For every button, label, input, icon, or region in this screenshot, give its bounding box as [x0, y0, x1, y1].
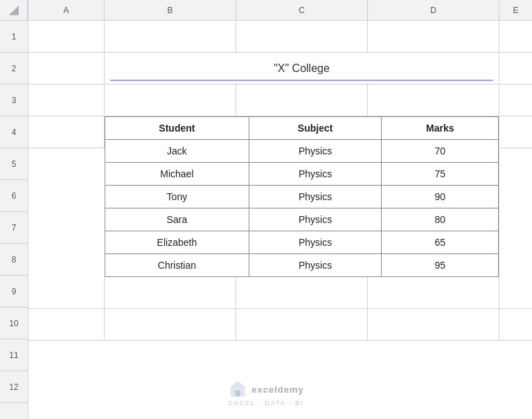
spreadsheet-row-12: [28, 309, 532, 341]
cell-a4[interactable]: [28, 116, 105, 148]
col-header-a: A: [28, 0, 105, 20]
row-numbers: 1 2 3 4 5 6 7 8 9 10 11 12: [0, 0, 28, 419]
cell-subject-2[interactable]: Physics: [249, 163, 382, 186]
table-row-3: TonyPhysics90: [105, 186, 499, 208]
col-header-d: D: [368, 0, 499, 20]
cell-a11[interactable]: [28, 277, 105, 309]
watermark-subtext: EXCEL · DATA · BI: [229, 400, 304, 407]
table-row-2: MichaelPhysics75: [105, 163, 499, 186]
cell-marks-1[interactable]: 70: [382, 140, 499, 163]
col-header-b: B: [105, 0, 236, 20]
title-cell[interactable]: "X" College: [105, 53, 499, 84]
grid-area: 1 2 3 4 5 6 7 8 9 10 11 12 A B C D E: [0, 0, 532, 419]
cell-e3[interactable]: [499, 84, 532, 116]
cell-e1[interactable]: [499, 21, 532, 53]
cell-b11[interactable]: [105, 277, 236, 309]
cell-b1[interactable]: [105, 21, 236, 53]
cell-subject-4[interactable]: Physics: [249, 208, 382, 231]
cell-student-4[interactable]: Sara: [105, 208, 249, 231]
spreadsheet-row-11: [28, 277, 532, 309]
cell-d12[interactable]: [368, 309, 499, 341]
columns-area: A B C D E: [28, 0, 532, 419]
row-header-10: 10: [0, 307, 28, 339]
row-header-2: 2: [0, 53, 28, 84]
cell-marks-4[interactable]: 80: [382, 208, 499, 231]
watermark-icon: [228, 380, 247, 399]
cell-e2[interactable]: [499, 53, 532, 84]
cell-a2[interactable]: [28, 53, 105, 84]
table-header-row: Student Subject Marks: [105, 117, 499, 140]
spreadsheet: 1 2 3 4 5 6 7 8 9 10 11 12 A B C D E: [0, 0, 532, 419]
svg-marker-0: [9, 6, 19, 15]
table-row-5: ElizabethPhysics65: [105, 231, 499, 254]
watermark-logo: exceldemy: [228, 380, 304, 399]
cell-e12[interactable]: [499, 309, 532, 341]
col-header-subject: Subject: [249, 117, 382, 140]
data-table-container: Student Subject Marks JackPhysics70Micha…: [105, 116, 499, 277]
cell-a1[interactable]: [28, 21, 105, 53]
row-header-8: 8: [0, 244, 28, 276]
col-headers: A B C D E: [28, 0, 532, 21]
row-header-6: 6: [0, 180, 28, 212]
row-header-3: 3: [0, 84, 28, 116]
corner-cell: [0, 0, 28, 21]
cell-student-2[interactable]: Michael: [105, 163, 249, 186]
spreadsheet-row-4: Student Subject Marks JackPhysics70Micha…: [28, 116, 532, 277]
col-header-c: C: [236, 0, 368, 20]
col-header-student: Student: [105, 117, 249, 140]
svg-rect-2: [236, 391, 240, 397]
cell-c11[interactable]: [236, 277, 368, 309]
spreadsheet-row-3: [28, 84, 532, 116]
cell-a3[interactable]: [28, 84, 105, 116]
cell-student-6[interactable]: Christian: [105, 254, 249, 277]
cell-marks-6[interactable]: 95: [382, 254, 499, 277]
row-header-11: 11: [0, 339, 28, 371]
table-row-4: SaraPhysics80: [105, 208, 499, 231]
spreadsheet-row-2: "X" College: [28, 53, 532, 84]
rows-container: "X" College: [28, 21, 532, 341]
cell-b12[interactable]: [105, 309, 236, 341]
inner-table: Student Subject Marks JackPhysics70Micha…: [105, 116, 499, 277]
cell-student-3[interactable]: Tony: [105, 186, 249, 208]
spreadsheet-title: "X" College: [274, 62, 330, 75]
row-header-1: 1: [0, 21, 28, 53]
cell-marks-2[interactable]: 75: [382, 163, 499, 186]
svg-marker-3: [229, 381, 247, 388]
watermark-name: exceldemy: [251, 384, 304, 395]
cell-d3[interactable]: [368, 84, 499, 116]
cell-marks-5[interactable]: 65: [382, 231, 499, 254]
cell-e4[interactable]: [499, 116, 532, 148]
watermark: exceldemy EXCEL · DATA · BI: [228, 380, 304, 407]
cell-c1[interactable]: [236, 21, 368, 53]
row-header-4: 4: [0, 116, 28, 148]
col-header-e: E: [499, 0, 532, 20]
cell-c12[interactable]: [236, 309, 368, 341]
row-header-12: 12: [0, 371, 28, 403]
col-header-marks: Marks: [382, 117, 499, 140]
cell-student-1[interactable]: Jack: [105, 140, 249, 163]
cell-d1[interactable]: [368, 21, 499, 53]
cell-a12[interactable]: [28, 309, 105, 341]
table-row-6: ChristianPhysics95: [105, 254, 499, 277]
row-header-9: 9: [0, 276, 28, 307]
cell-c3[interactable]: [236, 84, 368, 116]
cell-subject-5[interactable]: Physics: [249, 231, 382, 254]
cell-marks-3[interactable]: 90: [382, 186, 499, 208]
table-row-1: JackPhysics70: [105, 140, 499, 163]
cell-d11[interactable]: [368, 277, 499, 309]
cell-student-5[interactable]: Elizabeth: [105, 231, 249, 254]
row-header-5: 5: [0, 148, 28, 180]
cell-subject-3[interactable]: Physics: [249, 186, 382, 208]
cell-subject-1[interactable]: Physics: [249, 140, 382, 163]
cell-subject-6[interactable]: Physics: [249, 254, 382, 277]
cell-b3[interactable]: [105, 84, 236, 116]
spreadsheet-row-1: [28, 21, 532, 53]
row-header-7: 7: [0, 212, 28, 244]
cell-e11[interactable]: [499, 277, 532, 309]
